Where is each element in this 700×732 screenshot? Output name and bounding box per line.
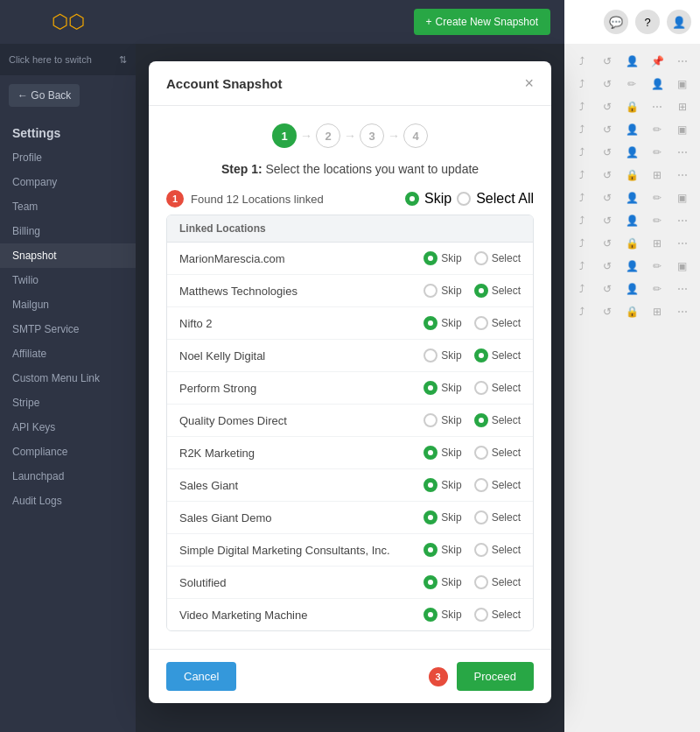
- sidebar-item-custom-menu-link[interactable]: Custom Menu Link: [0, 366, 136, 391]
- skip-radio[interactable]: [424, 381, 438, 395]
- select-option[interactable]: Select: [474, 608, 521, 622]
- user-icon-4: 👤: [624, 190, 640, 206]
- skip-option[interactable]: Skip: [424, 446, 461, 460]
- go-back-button[interactable]: ← Go Back: [9, 84, 80, 107]
- skip-option[interactable]: Skip: [424, 543, 461, 557]
- sidebar-item-snapshot[interactable]: Snapshot: [0, 243, 136, 268]
- skip-radio[interactable]: [424, 284, 438, 298]
- lock-icon-3: 🔒: [624, 236, 640, 251]
- select-option[interactable]: Select: [474, 284, 521, 298]
- skip-option[interactable]: Skip: [424, 381, 461, 395]
- pencil-icon-2: ✏: [649, 190, 665, 206]
- icon-row: ⤴ ↺ 👤 ✏ ▣: [570, 119, 695, 140]
- share-icon-7: ⤴: [574, 190, 590, 206]
- select-option[interactable]: Select: [474, 348, 521, 362]
- dots-icon-6: ⋯: [675, 236, 690, 251]
- select-radio[interactable]: [474, 348, 488, 362]
- skip-radio[interactable]: [424, 348, 438, 362]
- sidebar-item-affiliate[interactable]: Affiliate: [0, 341, 136, 366]
- share-icon-5: ⤴: [574, 144, 590, 160]
- skip-radio[interactable]: [424, 575, 438, 589]
- select-option[interactable]: Select: [474, 575, 521, 589]
- modal-close-button[interactable]: ×: [524, 75, 534, 91]
- user-avatar[interactable]: 👤: [667, 10, 691, 34]
- skip-option[interactable]: Skip: [424, 284, 461, 298]
- select-option[interactable]: Select: [474, 413, 521, 427]
- radio-group: Skip Select: [424, 251, 521, 265]
- sidebar-item-twilio[interactable]: Twilio: [0, 268, 136, 292]
- refresh-icon-3: ↺: [599, 99, 615, 115]
- sidebar-item-mailgun[interactable]: Mailgun: [0, 292, 136, 317]
- sidebar-item-compliance[interactable]: Compliance: [0, 440, 136, 464]
- select-option[interactable]: Select: [474, 316, 521, 330]
- skip-option[interactable]: Skip: [424, 575, 461, 589]
- skip-radio[interactable]: [424, 413, 438, 427]
- sidebar-item-api-keys[interactable]: API Keys: [0, 415, 136, 440]
- grid-icon-2: ⊞: [649, 167, 665, 183]
- select-option[interactable]: Select: [474, 446, 521, 460]
- select-option[interactable]: Select: [474, 381, 521, 395]
- select-radio[interactable]: [474, 316, 488, 330]
- select-radio[interactable]: [474, 446, 488, 460]
- skip-option[interactable]: Skip: [424, 478, 461, 492]
- skip-radio[interactable]: [424, 510, 438, 524]
- select-option[interactable]: Select: [474, 510, 521, 524]
- skip-option[interactable]: Skip: [424, 510, 461, 524]
- switch-account[interactable]: Click here to switch ⇅: [0, 44, 136, 75]
- sidebar-item-audit-logs[interactable]: Audit Logs: [0, 489, 136, 513]
- steps-row: 1 → 2 → 3 → 4: [166, 123, 534, 148]
- select-option[interactable]: Select: [474, 543, 521, 557]
- location-name: R2K Marketing: [179, 447, 255, 460]
- select-radio[interactable]: [474, 284, 488, 298]
- skip-radio[interactable]: [424, 608, 438, 622]
- skip-radio[interactable]: [424, 478, 438, 492]
- select-radio[interactable]: [474, 608, 488, 622]
- cancel-button[interactable]: Cancel: [166, 662, 236, 691]
- select-option[interactable]: Select: [474, 251, 521, 265]
- dots-icon-7: ⋯: [675, 281, 690, 297]
- select-radio[interactable]: [474, 575, 488, 589]
- sidebar-item-smtp-service[interactable]: SMTP Service: [0, 317, 136, 341]
- skip-text: Skip: [441, 252, 461, 264]
- edit-icon-2: ✏: [649, 144, 665, 160]
- box-icon-2: ▣: [675, 122, 690, 137]
- sidebar-item-company[interactable]: Company: [0, 170, 136, 194]
- skip-radio[interactable]: [424, 251, 438, 265]
- select-radio[interactable]: [474, 381, 488, 395]
- select-radio[interactable]: [474, 510, 488, 524]
- sidebar-item-stripe[interactable]: Stripe: [0, 391, 136, 415]
- step-arrow-3: →: [388, 129, 400, 143]
- skip-radio[interactable]: [424, 316, 438, 330]
- select-text: Select: [492, 479, 521, 491]
- sidebar-item-team[interactable]: Team: [0, 194, 136, 219]
- select-radio[interactable]: [474, 478, 488, 492]
- select-radio[interactable]: [474, 251, 488, 265]
- skip-option[interactable]: Skip: [424, 316, 461, 330]
- location-name: Video Marketing Machine: [179, 609, 307, 622]
- location-name: Solutified: [179, 576, 226, 589]
- location-name: Perform Strong: [179, 382, 256, 395]
- skip-option[interactable]: Skip: [424, 251, 461, 265]
- skip-option[interactable]: Skip: [424, 348, 461, 362]
- select-all-radio-dot[interactable]: [457, 192, 471, 206]
- table-header: Linked Locations: [167, 215, 533, 243]
- skip-option[interactable]: Skip: [424, 413, 461, 427]
- skip-radio[interactable]: [424, 543, 438, 557]
- help-icon[interactable]: ?: [635, 10, 660, 34]
- sidebar-item-launchpad[interactable]: Launchpad: [0, 464, 136, 489]
- sidebar-item-billing[interactable]: Billing: [0, 219, 136, 243]
- skip-option[interactable]: Skip: [424, 608, 461, 622]
- sidebar-item-profile[interactable]: Profile: [0, 145, 136, 170]
- box-icon: ▣: [675, 76, 690, 92]
- select-radio[interactable]: [474, 543, 488, 557]
- pencil-icon-3: ✏: [649, 258, 665, 274]
- lock-icon-2: 🔒: [624, 167, 640, 183]
- select-option[interactable]: Select: [474, 478, 521, 492]
- skip-radio[interactable]: [424, 446, 438, 460]
- chat-icon[interactable]: 💬: [604, 10, 628, 34]
- create-snapshot-button[interactable]: + Create New Snapshot: [414, 9, 550, 35]
- skip-text: Skip: [441, 349, 461, 362]
- refresh-icon-9: ↺: [599, 236, 615, 251]
- proceed-button[interactable]: Proceed: [457, 662, 534, 691]
- select-radio[interactable]: [474, 413, 488, 427]
